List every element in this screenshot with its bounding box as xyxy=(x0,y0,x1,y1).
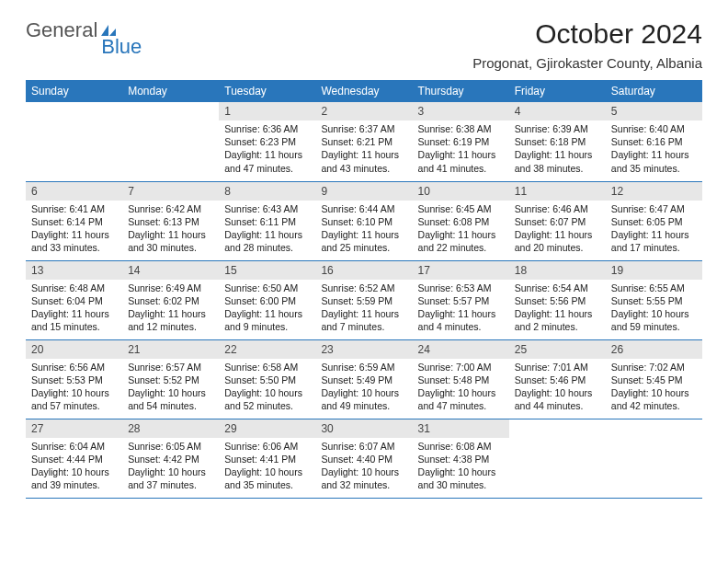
sunrise-line: Sunrise: 6:56 AM xyxy=(31,361,117,373)
sunset-line: Sunset: 6:11 PM xyxy=(224,215,310,228)
sunrise-line: Sunrise: 6:53 AM xyxy=(418,282,504,294)
day-number: 9 xyxy=(315,182,412,201)
day-number: 6 xyxy=(26,182,122,201)
daylight-line: Daylight: 10 hours and 32 minutes. xyxy=(321,465,406,491)
calendar-day-cell: 19Sunrise: 6:55 AMSunset: 5:55 PMDayligh… xyxy=(606,260,702,339)
day-details: Sunrise: 6:58 AMSunset: 5:50 PMDaylight:… xyxy=(219,359,315,417)
day-details: Sunrise: 6:50 AMSunset: 6:00 PMDaylight:… xyxy=(219,280,315,338)
day-number: 25 xyxy=(509,340,606,359)
day-details: Sunrise: 6:57 AMSunset: 5:52 PMDaylight:… xyxy=(122,359,219,417)
sunrise-line: Sunrise: 6:05 AM xyxy=(128,440,213,453)
day-number: 24 xyxy=(413,340,509,359)
calendar-day-cell: 20Sunrise: 6:56 AMSunset: 5:53 PMDayligh… xyxy=(26,339,122,419)
sunset-line: Sunset: 6:21 PM xyxy=(321,135,406,148)
day-details: Sunrise: 6:42 AMSunset: 6:13 PMDaylight:… xyxy=(122,201,219,259)
weekday-header-row: SundayMondayTuesdayWednesdayThursdayFrid… xyxy=(26,80,702,102)
daylight-line: Daylight: 11 hours and 43 minutes. xyxy=(321,148,406,174)
daylight-line: Daylight: 11 hours and 35 minutes. xyxy=(611,148,697,174)
title-block: October 2024 Progonat, Gjirokaster Count… xyxy=(472,18,702,78)
day-number: 21 xyxy=(122,340,219,359)
daylight-line: Daylight: 11 hours and 22 minutes. xyxy=(418,228,504,254)
day-details: Sunrise: 6:04 AMSunset: 4:44 PMDaylight:… xyxy=(26,438,122,496)
sunrise-line: Sunrise: 6:07 AM xyxy=(321,440,406,453)
calendar-day-cell: 18Sunrise: 6:54 AMSunset: 5:56 PMDayligh… xyxy=(509,260,606,339)
sunset-line: Sunset: 4:40 PM xyxy=(321,453,406,465)
day-details: Sunrise: 6:49 AMSunset: 6:02 PMDaylight:… xyxy=(122,280,219,338)
sunset-line: Sunset: 4:38 PM xyxy=(418,453,504,465)
header: General Blue October 2024 Progonat, Gjir… xyxy=(26,18,702,78)
daylight-line: Daylight: 10 hours and 49 minutes. xyxy=(321,386,406,412)
day-number: 22 xyxy=(219,340,315,359)
sunset-line: Sunset: 5:49 PM xyxy=(321,373,406,386)
sunrise-line: Sunrise: 6:47 AM xyxy=(611,202,697,215)
sunrise-line: Sunrise: 6:44 AM xyxy=(321,202,406,215)
calendar-day-cell: 14Sunrise: 6:49 AMSunset: 6:02 PMDayligh… xyxy=(122,260,219,339)
calendar-day-cell: 17Sunrise: 6:53 AMSunset: 5:57 PMDayligh… xyxy=(413,260,509,339)
calendar-day-cell: 24Sunrise: 7:00 AMSunset: 5:48 PMDayligh… xyxy=(413,339,509,419)
weekday-header: Wednesday xyxy=(315,80,412,102)
day-details: Sunrise: 6:39 AMSunset: 6:18 PMDaylight:… xyxy=(509,121,606,178)
daylight-line: Daylight: 11 hours and 4 minutes. xyxy=(418,307,504,333)
day-details: Sunrise: 6:37 AMSunset: 6:21 PMDaylight:… xyxy=(315,121,412,178)
daylight-line: Daylight: 11 hours and 2 minutes. xyxy=(515,307,600,333)
day-number: 17 xyxy=(413,261,509,280)
calendar-week-row: 20Sunrise: 6:56 AMSunset: 5:53 PMDayligh… xyxy=(26,339,702,419)
sunset-line: Sunset: 5:59 PM xyxy=(321,294,406,307)
daylight-line: Daylight: 10 hours and 30 minutes. xyxy=(418,465,504,491)
day-number: 16 xyxy=(315,261,412,280)
day-details: Sunrise: 6:47 AMSunset: 6:05 PMDaylight:… xyxy=(606,201,702,259)
calendar-empty-cell xyxy=(122,102,219,181)
logo-text-blue: Blue xyxy=(101,35,142,59)
page-subtitle: Progonat, Gjirokaster County, Albania xyxy=(472,55,702,71)
daylight-line: Daylight: 10 hours and 44 minutes. xyxy=(515,386,600,412)
day-number: 15 xyxy=(219,261,315,280)
sunset-line: Sunset: 5:48 PM xyxy=(418,373,504,386)
calendar-day-cell: 27Sunrise: 6:04 AMSunset: 4:44 PMDayligh… xyxy=(26,419,122,498)
day-number: 13 xyxy=(26,261,122,280)
daylight-line: Daylight: 11 hours and 25 minutes. xyxy=(321,228,406,254)
sunrise-line: Sunrise: 6:46 AM xyxy=(515,202,600,215)
day-number: 26 xyxy=(606,340,702,359)
day-details: Sunrise: 6:56 AMSunset: 5:53 PMDaylight:… xyxy=(26,359,122,417)
calendar-day-cell: 26Sunrise: 7:02 AMSunset: 5:45 PMDayligh… xyxy=(606,339,702,419)
daylight-line: Daylight: 10 hours and 52 minutes. xyxy=(224,386,310,412)
calendar-day-cell: 10Sunrise: 6:45 AMSunset: 6:08 PMDayligh… xyxy=(413,181,509,260)
weekday-header: Sunday xyxy=(26,80,122,102)
sunset-line: Sunset: 6:04 PM xyxy=(31,294,117,307)
calendar-day-cell: 1Sunrise: 6:36 AMSunset: 6:23 PMDaylight… xyxy=(219,102,315,181)
sunrise-line: Sunrise: 6:43 AM xyxy=(224,202,310,215)
day-number: 18 xyxy=(509,261,606,280)
calendar-day-cell: 9Sunrise: 6:44 AMSunset: 6:10 PMDaylight… xyxy=(315,181,412,260)
day-number: 23 xyxy=(315,340,412,359)
sunrise-line: Sunrise: 6:55 AM xyxy=(611,282,697,294)
daylight-line: Daylight: 10 hours and 59 minutes. xyxy=(611,307,697,333)
calendar-empty-cell xyxy=(606,419,702,498)
day-details: Sunrise: 6:40 AMSunset: 6:16 PMDaylight:… xyxy=(606,121,702,178)
sunrise-line: Sunrise: 6:59 AM xyxy=(321,361,406,373)
day-number: 30 xyxy=(315,419,412,438)
day-number: 11 xyxy=(509,182,606,201)
daylight-line: Daylight: 11 hours and 28 minutes. xyxy=(224,228,310,254)
sunset-line: Sunset: 5:52 PM xyxy=(128,373,213,386)
day-details: Sunrise: 6:54 AMSunset: 5:56 PMDaylight:… xyxy=(509,280,606,338)
calendar-day-cell: 11Sunrise: 6:46 AMSunset: 6:07 PMDayligh… xyxy=(509,181,606,260)
day-number: 7 xyxy=(122,182,219,201)
sunrise-line: Sunrise: 6:58 AM xyxy=(224,361,310,373)
day-number: 8 xyxy=(219,182,315,201)
calendar-day-cell: 3Sunrise: 6:38 AMSunset: 6:19 PMDaylight… xyxy=(413,102,509,181)
day-number: 10 xyxy=(413,182,509,201)
calendar-day-cell: 28Sunrise: 6:05 AMSunset: 4:42 PMDayligh… xyxy=(122,419,219,498)
sunrise-line: Sunrise: 6:40 AM xyxy=(611,122,697,135)
weekday-header: Monday xyxy=(122,80,219,102)
daylight-line: Daylight: 10 hours and 37 minutes. xyxy=(128,465,213,491)
sunset-line: Sunset: 6:08 PM xyxy=(418,215,504,228)
day-number: 14 xyxy=(122,261,219,280)
sunset-line: Sunset: 6:13 PM xyxy=(128,215,213,228)
sunset-line: Sunset: 5:57 PM xyxy=(418,294,504,307)
sunrise-line: Sunrise: 6:41 AM xyxy=(31,202,117,215)
calendar-day-cell: 22Sunrise: 6:58 AMSunset: 5:50 PMDayligh… xyxy=(219,339,315,419)
day-number: 19 xyxy=(606,261,702,280)
calendar-empty-cell xyxy=(509,419,606,498)
sunrise-line: Sunrise: 6:54 AM xyxy=(515,282,600,294)
day-details: Sunrise: 6:05 AMSunset: 4:42 PMDaylight:… xyxy=(122,438,219,496)
